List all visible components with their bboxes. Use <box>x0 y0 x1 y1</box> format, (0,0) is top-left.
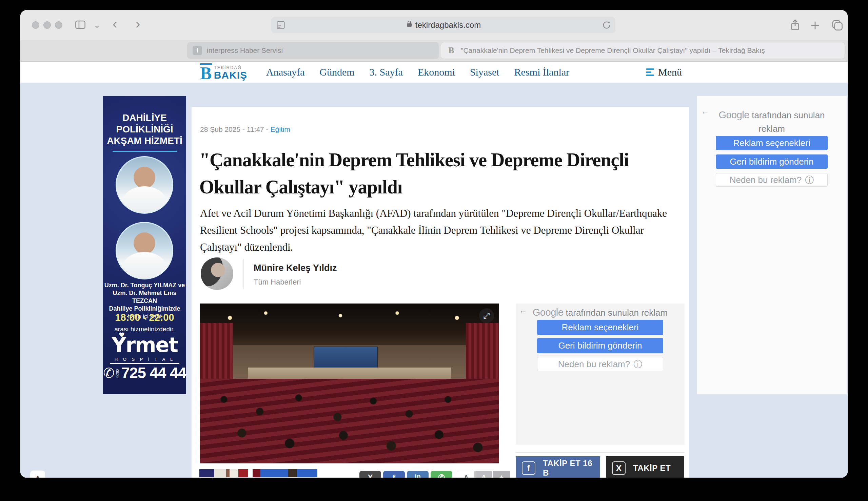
author-all-news-link[interactable]: Tüm Haberleri <box>254 278 301 287</box>
share-facebook-button[interactable]: f <box>383 471 405 478</box>
logo-name: BAKIŞ <box>214 70 247 80</box>
sidebar-toggle-icon[interactable] <box>75 20 86 30</box>
nav-item-resmi-ilanlar[interactable]: Resmi İlanlar <box>514 66 569 78</box>
related-article-thumbnail[interactable] <box>252 468 318 478</box>
tab-title: "Çanakkale'nin Deprem Tehlikesi ve Depre… <box>461 46 765 54</box>
doctor-photo-2 <box>116 222 173 279</box>
nav-item-gundem[interactable]: Gündem <box>320 66 354 78</box>
x-follow-button[interactable]: X TAKİP ET <box>606 456 684 478</box>
heart-icon: ♥ <box>119 331 125 339</box>
facebook-follow-button[interactable]: f TAKİP ET 16 B <box>516 456 600 478</box>
ad-back-arrow-icon[interactable]: ← <box>701 107 709 116</box>
ad-heading: DAHİLİYE POLİKLİNİĞİ AKŞAM HİZMETİ <box>103 112 186 147</box>
logo-mark: B <box>200 63 212 82</box>
phone-icon: ✆ <box>103 366 115 380</box>
article-meta: 28 Şub 2025 - 11:47 - Eğitim <box>200 125 290 134</box>
nav-item-anasayfa[interactable]: Anasayfa <box>266 66 304 78</box>
tab-favicon: i <box>192 46 202 55</box>
author-avatar[interactable] <box>201 257 233 290</box>
share-x-button[interactable]: X <box>359 471 381 478</box>
expand-photo-button[interactable]: ⤢ <box>479 308 494 323</box>
menu-label: Menü <box>658 66 682 78</box>
tab-overview-icon[interactable] <box>831 19 844 31</box>
photo-curtain-left <box>200 323 233 387</box>
author-divider <box>243 259 244 289</box>
site-header: B TEKİRDAĞ BAKIŞ Anasayfa Gündem 3. Sayf… <box>20 62 848 83</box>
nav-item-siyaset[interactable]: Siyaset <box>470 66 500 78</box>
new-tab-icon[interactable] <box>809 20 821 31</box>
why-this-ad-button[interactable]: Neden bu reklam? ⓘ <box>716 173 828 186</box>
x-icon: X <box>612 461 626 475</box>
main-nav: Anasayfa Gündem 3. Sayfa Ekonomi Siyaset… <box>266 62 569 83</box>
ad-hours: 18:00 - 22:00 <box>103 312 186 323</box>
share-icon[interactable] <box>789 18 801 32</box>
share-linkedin-button[interactable]: in <box>407 471 429 478</box>
hamburger-icon <box>646 68 654 76</box>
ad-options-button[interactable]: Reklam seçenekleri <box>716 136 828 150</box>
web-page: B TEKİRDAĞ BAKIŞ Anasayfa Gündem 3. Sayf… <box>20 62 848 478</box>
tab-interpress[interactable]: i interpress Haber Servisi <box>187 42 439 59</box>
tab-group-chevron-icon[interactable]: ⌄ <box>94 20 100 30</box>
left-banner-ad[interactable]: DAHİLİYE POLİKLİNİĞİ AKŞAM HİZMETİ Uzm. … <box>103 96 186 394</box>
site-logo[interactable]: B TEKİRDAĞ BAKIŞ <box>200 63 247 82</box>
photo-curtain-right <box>466 323 499 387</box>
tab-title: interpress Haber Servisi <box>207 46 283 54</box>
google-ad-sidebar: ← Google tarafından sunulan reklam Rekla… <box>697 96 847 394</box>
hospital-logo: ♥ Yrmet <box>103 333 186 357</box>
forward-button[interactable]: › <box>136 16 140 32</box>
doctor-photo-1 <box>116 156 173 214</box>
ad-phone: ✆ 0282 725 44 44 <box>103 364 186 382</box>
browser-titlebar: ⌄ ‹ › tekirdagbakis.com <box>20 10 848 40</box>
reader-view-icon[interactable] <box>276 20 285 31</box>
scroll-to-top-button[interactable]: ∧ <box>30 470 45 478</box>
font-size-extra-button[interactable]: + <box>493 471 510 478</box>
article-photo[interactable]: ⤢ <box>200 303 499 463</box>
reload-icon[interactable] <box>602 20 611 31</box>
photo-projection-screen <box>314 347 378 369</box>
related-article-thumbnail[interactable] <box>198 468 249 478</box>
nav-item-3sayfa[interactable]: 3. Sayfa <box>369 66 403 78</box>
photo-audience <box>200 383 499 463</box>
phone-number: 725 44 44 <box>122 364 186 382</box>
ad-hours-note: arası hizmetinizdedir. <box>103 326 186 333</box>
info-icon: ⓘ <box>805 174 814 186</box>
photo-spotlights <box>200 303 499 335</box>
author-name[interactable]: Münire Keleş Yıldız <box>254 263 337 273</box>
back-button[interactable]: ‹ <box>113 16 117 32</box>
hospital-logo-sub: H O S P İ T A L <box>110 357 179 364</box>
section-divider <box>516 452 684 453</box>
google-ad-inline: ← Google tarafından sunulan reklam Rekla… <box>516 303 684 445</box>
why-this-ad-button[interactable]: Neden bu reklam? ⓘ <box>537 357 663 371</box>
article-summary: Afet ve Acil Durum Yönetimi Başkanlığı (… <box>200 205 675 256</box>
menu-button[interactable]: Menü <box>646 62 682 83</box>
google-ad-header: Google tarafından sunulan reklam <box>714 108 829 136</box>
font-size-increase-button[interactable]: A <box>475 471 492 478</box>
article-title: "Çanakkale'nin Deprem Tehlikesi ve Depre… <box>199 146 674 201</box>
minimize-window-button[interactable] <box>43 21 51 29</box>
tab-favicon: B <box>447 46 456 55</box>
ad-divider <box>113 151 177 152</box>
article-date: 28 Şub 2025 - 11:47 <box>200 125 264 133</box>
area-code: 0282 <box>115 369 120 378</box>
tab-bar: i interpress Haber Servisi B "Çanakkale'… <box>20 40 848 62</box>
article-category-link[interactable]: Eğitim <box>270 125 290 133</box>
nav-item-ekonomi[interactable]: Ekonomi <box>418 66 455 78</box>
facebook-icon: f <box>522 461 535 475</box>
close-window-button[interactable] <box>32 21 39 29</box>
google-ad-header: Google tarafından sunulan reklam <box>516 307 684 318</box>
tab-article-active[interactable]: B "Çanakkale'nin Deprem Tehlikesi ve Dep… <box>441 42 845 59</box>
info-icon: ⓘ <box>634 359 642 370</box>
ad-feedback-button[interactable]: Geri bildirim gönderin <box>537 338 663 353</box>
font-size-decrease-button[interactable]: A <box>458 471 475 478</box>
lock-icon <box>406 20 412 30</box>
ad-feedback-button[interactable]: Geri bildirim gönderin <box>716 154 828 169</box>
zoom-window-button[interactable] <box>55 21 62 29</box>
browser-window: ⌄ ‹ › tekirdagbakis.com <box>20 10 848 478</box>
share-whatsapp-button[interactable]: ✆ <box>431 471 452 478</box>
address-bar[interactable]: tekirdagbakis.com <box>271 17 615 33</box>
ad-options-button[interactable]: Reklam seçenekleri <box>537 320 663 335</box>
url-text: tekirdagbakis.com <box>415 20 481 30</box>
